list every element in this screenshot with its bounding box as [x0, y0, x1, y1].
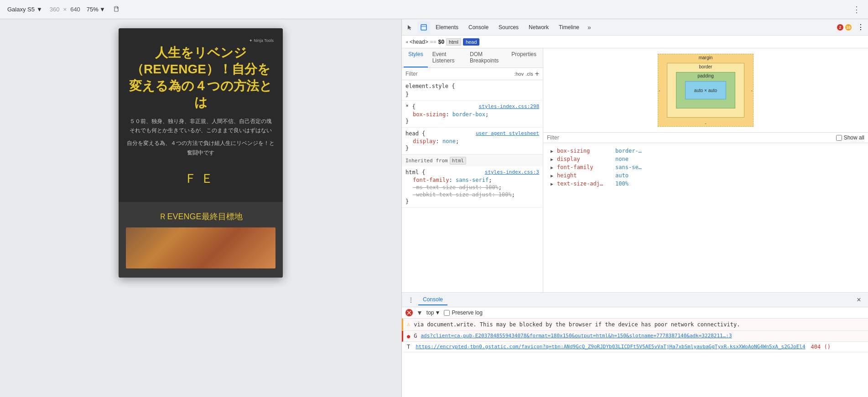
computed-props-pane: ▶ box-sizing border-… ▶ display none ▶ f…: [543, 143, 868, 292]
css-source-head: user agent stylesheet: [476, 130, 539, 137]
console-close-button[interactable]: ×: [853, 294, 864, 305]
computed-expand-icon-5[interactable]: ▶: [551, 181, 553, 186]
devtools-main-split: Styles Event Listeners DOM Breakpoints P…: [402, 48, 868, 292]
console-error-link-g[interactable]: ads?client=ca-pub-Ε2037848559434078&form…: [421, 333, 732, 339]
cursor-icon[interactable]: [404, 21, 416, 34]
css-rule-html: html { styles-index.css:3 font-family: s…: [402, 166, 543, 208]
css-rule-head: head { user agent stylesheet display: no…: [402, 128, 543, 155]
styles-filter-input[interactable]: [405, 71, 512, 77]
console-stop-button[interactable]: [405, 309, 413, 316]
tab-elements[interactable]: Elements: [431, 22, 463, 32]
computed-filter-bar: Show all: [543, 133, 868, 143]
console-filter-button[interactable]: ▼: [416, 309, 423, 316]
computed-prop-font-family: ▶ font-family sans-se…: [547, 163, 864, 171]
toolbar-more-button[interactable]: ⋮: [849, 3, 864, 16]
tab-console-main[interactable]: Console: [418, 294, 447, 305]
ninja-tools-label: ✦ Ninja Tools: [126, 37, 275, 45]
console-entry-404: T https://encrypted-tbn0.gstatic.com/fav…: [402, 342, 868, 352]
device-content: ✦ Ninja Tools 人生をリベンジ（REVENGE）！自分を変える為の４…: [119, 28, 283, 278]
margin-right-val: -: [751, 88, 753, 93]
console-level-selector[interactable]: top ▼: [426, 309, 441, 316]
console-panel: ⋮ Console × ▼ top ▼ Preserve log: [402, 292, 868, 397]
breadcrumb-tag-text: <head>: [410, 39, 428, 45]
tab-sources[interactable]: Sources: [494, 22, 523, 32]
add-style-button[interactable]: +: [535, 70, 539, 78]
breadcrumb-eq-text: ==: [430, 39, 437, 45]
console-404-link[interactable]: https://encrypted-tbn0.gstatic.com/favic…: [416, 344, 805, 350]
preserve-log-checkbox[interactable]: [444, 310, 450, 316]
computed-expand-icon-3[interactable]: ▶: [551, 165, 553, 170]
inherited-tag-html[interactable]: html: [450, 157, 467, 165]
computed-filter-input[interactable]: [547, 134, 832, 141]
page-dark-section: ✦ Ninja Tools 人生をリベンジ（REVENGE）！自分を変える為の４…: [119, 28, 283, 202]
styles-filter-bar: :hov .cls +: [402, 68, 543, 80]
computed-expand-icon-2[interactable]: ▶: [551, 157, 553, 162]
zoom-level-label: 75%: [87, 6, 99, 13]
revenge-title: ＲEVENGE最終目標地: [126, 211, 275, 222]
box-model-area: margin border padding auto × auto: [543, 48, 868, 133]
rotate-button[interactable]: [112, 5, 121, 14]
css-prop-empty: [405, 90, 539, 91]
device-selector[interactable]: Galaxy S5 ▼: [4, 4, 46, 15]
tab-timeline[interactable]: Timeline: [554, 22, 584, 32]
css-prop-ms-text: -ms-text-size-adjust: 100%;: [405, 184, 539, 191]
breadcrumb-val-text: $0: [438, 39, 444, 45]
breadcrumb-arrow-icon: ◂: [405, 39, 408, 44]
cls-filter-button[interactable]: .cls: [525, 71, 533, 77]
tab-network[interactable]: Network: [524, 22, 553, 32]
console-more-button[interactable]: ⋮: [405, 294, 416, 305]
times-separator: ×: [63, 6, 67, 13]
margin-bottom-val: -: [705, 121, 706, 126]
error-circle-icon: ●: [407, 333, 410, 340]
elements-icon[interactable]: [417, 21, 430, 34]
css-selector-element: element.style {: [405, 83, 455, 89]
tab-styles[interactable]: Styles: [404, 48, 428, 67]
computed-expand-icon[interactable]: ▶: [551, 149, 553, 154]
more-tabs-button[interactable]: »: [585, 22, 594, 33]
fe-text: ＦＥ: [126, 165, 275, 193]
css-prop-display: display: none;: [405, 138, 539, 145]
page-mid-section: ＲEVENGE最終目標地: [119, 202, 283, 278]
css-close-brace: }: [405, 91, 409, 98]
elements-breadcrumb: ◂ <head> == $0 html head: [402, 36, 868, 48]
computed-prop-display: ▶ display none: [547, 155, 864, 163]
device-dropdown-icon: ▼: [36, 6, 42, 13]
preserve-log-control: Preserve log: [444, 309, 482, 316]
devtools-settings-button[interactable]: ⋮: [855, 22, 866, 33]
tab-event-listeners[interactable]: Event Listeners: [428, 48, 465, 67]
zoom-dropdown-icon: ▼: [99, 6, 105, 13]
css-selector-star: * {: [405, 103, 416, 110]
device-frame: ✦ Ninja Tools 人生をリベンジ（REVENGE）！自分を変える為の４…: [119, 28, 283, 278]
devtools-tab-bar: Elements Console Sources Network Timelin…: [402, 19, 868, 36]
computed-expand-icon-4[interactable]: ▶: [551, 173, 553, 178]
computed-prop-text-size: ▶ text-size-adj… 100%: [547, 180, 864, 188]
styles-sub-tab-bar: Styles Event Listeners DOM Breakpoints P…: [402, 48, 543, 68]
preserve-log-label: Preserve log: [452, 309, 482, 316]
main-layout: ✦ Ninja Tools 人生をリベンジ（REVENGE）！自分を変える為の４…: [0, 19, 868, 397]
tab-properties[interactable]: Properties: [507, 48, 541, 67]
breadcrumb-html-button[interactable]: html: [446, 38, 461, 46]
console-entry-error-g: ● G ads?client=ca-pub-Ε2037848559434078&…: [402, 331, 868, 342]
page-body: 自分を変える為、４つの方法で負け組人生にリベンジを！と奮闘中です: [126, 139, 275, 157]
css-rule-star: * { styles-index.css:298 box-sizing: bor…: [402, 101, 543, 128]
console-404-text: 404 (): [811, 344, 831, 350]
breadcrumb-head-button[interactable]: head: [463, 38, 479, 46]
console-level-arrow: ▼: [435, 309, 441, 316]
pseudo-filter-button[interactable]: :hov: [514, 71, 524, 77]
show-all-checkbox[interactable]: [836, 135, 842, 141]
console-level-label: top: [426, 309, 434, 316]
padding-label: padding: [697, 72, 714, 79]
margin-left-val: -: [659, 88, 660, 93]
tab-console[interactable]: Console: [464, 22, 493, 32]
device-toolbar: Galaxy S5 ▼ 360 × 640 75% ▼ ⋮: [0, 0, 868, 19]
box-model-diagram: margin border padding auto × auto: [658, 54, 754, 127]
device-name-label: Galaxy S5: [7, 6, 35, 13]
styles-pane: Styles Event Listeners DOM Breakpoints P…: [402, 48, 543, 292]
css-source-html[interactable]: styles-index.css:3: [485, 169, 539, 175]
css-source-star[interactable]: styles-index.css:298: [479, 103, 539, 110]
tab-dom-breakpoints[interactable]: DOM Breakpoints: [465, 48, 507, 67]
warning-count-badge: 16: [845, 24, 852, 31]
devtools-panel: Elements Console Sources Network Timelin…: [401, 19, 868, 397]
console-letter-g: G: [414, 333, 417, 339]
zoom-selector[interactable]: 75% ▼: [84, 4, 108, 15]
